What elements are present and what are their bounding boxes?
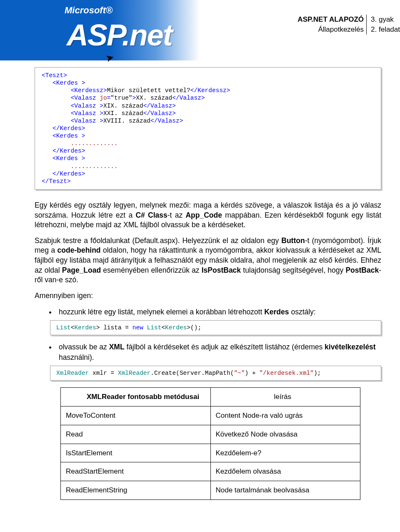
header-sub-1: 3. gyak	[369, 15, 400, 25]
paragraph-1: Egy kérdés egy osztály legyen, melynek m…	[35, 201, 381, 230]
xml-code-block: <Teszt> <Kerdes > <Kerdessz>Mikor szület…	[35, 67, 381, 190]
bullet-list: hozzunk létre egy listát, melynek elemei…	[56, 307, 381, 317]
header-sub-2: 2. feladat	[369, 25, 400, 35]
table-row: ReadElementString Node tartalmának beolv…	[61, 481, 360, 500]
list-item: olvassuk be az XML fájlból a kérdéseket …	[56, 342, 381, 362]
header-meta: ASP.NET ALAPOZÓ 3. gyak Állapotkezelés 2…	[298, 15, 400, 35]
header-title-2: Állapotkezelés	[298, 25, 367, 35]
table-row: IsStartElement Kezdőelem-e?	[61, 444, 360, 462]
document-page: Microsoft® ASP.net ➤ ASP.NET ALAPOZÓ 3. …	[0, 0, 400, 517]
method-name: ReadElementString	[61, 481, 211, 500]
code-list-init: List<Kerdes> lista = new List<Kerdes>();	[50, 320, 381, 335]
table-header-methods: XMLReader fontosabb metódusai	[61, 388, 211, 407]
code-xmlreader: XmlReader xmlr = XmlReader.Create(Server…	[50, 366, 381, 381]
bullet-list-2: olvassuk be az XML fájlból a kérdéseket …	[56, 342, 381, 362]
table-row: Read Következő Node olvasása	[61, 425, 360, 444]
table-row: MoveToContent Content Node-ra való ugrás	[61, 407, 360, 425]
method-name: ReadStartElement	[61, 462, 211, 481]
aspnet-logo: ASP.net	[67, 14, 172, 56]
method-desc: Kezdőelem olvasása	[210, 462, 360, 481]
page-header: Microsoft® ASP.net ➤ ASP.NET ALAPOZÓ 3. …	[0, 0, 400, 60]
table-row: XMLReader fontosabb metódusai leírás	[61, 388, 360, 407]
list-item: hozzunk létre egy listát, melynek elemei…	[56, 307, 381, 317]
table-row: ReadStartElement Kezdőelem olvasása	[61, 462, 360, 481]
method-name: Read	[61, 425, 211, 444]
methods-table: XMLReader fontosabb metódusai leírás Mov…	[60, 387, 360, 500]
method-desc: Kezdőelem-e?	[210, 444, 360, 462]
method-name: MoveToContent	[61, 407, 211, 425]
paragraph-3: Amennyiben igen:	[35, 291, 381, 301]
method-desc: Content Node-ra való ugrás	[210, 407, 360, 425]
method-desc: Node tartalmának beolvasása	[210, 481, 360, 500]
method-desc: Következő Node olvasása	[210, 425, 360, 444]
table-header-desc: leírás	[210, 388, 360, 407]
paragraph-2: Szabjuk testre a főoldalunkat (Default.a…	[35, 236, 381, 285]
header-title-1: ASP.NET ALAPOZÓ	[298, 15, 367, 25]
method-name: IsStartElement	[61, 444, 211, 462]
